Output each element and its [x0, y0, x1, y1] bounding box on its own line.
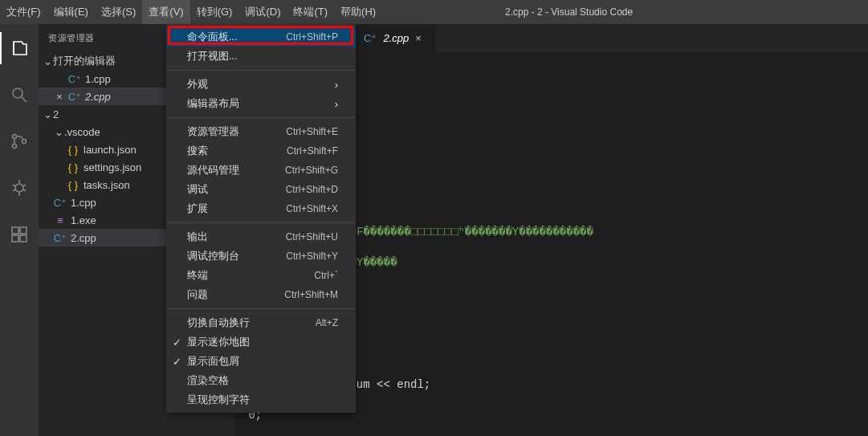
- window-title: 2.cpp - 2 - Visual Studio Code: [382, 6, 756, 18]
- menu-item-label: 编辑器布局: [187, 96, 239, 111]
- svg-rect-15: [20, 227, 26, 234]
- menu-item-label: 输出: [187, 230, 208, 244]
- check-icon: ✓: [173, 356, 181, 368]
- svg-line-9: [13, 189, 15, 191]
- menu-item-search[interactable]: 搜索 Ctrl+Shift+F: [166, 141, 356, 161]
- svg-point-3: [13, 145, 17, 149]
- menu-item-label: 呈现控制字符: [187, 393, 250, 407]
- menu-terminal[interactable]: 终端(T): [287, 0, 334, 24]
- menubar: 文件(F) 编辑(E) 选择(S) 查看(V) 转到(G) 调试(D) 终端(T…: [0, 0, 868, 24]
- menu-separator: [166, 70, 356, 71]
- scm-icon[interactable]: [0, 125, 39, 157]
- svg-point-4: [22, 140, 26, 144]
- menu-item-shortcut: Ctrl+`: [314, 270, 338, 281]
- open-editors-label: 打开的编辑器: [53, 54, 116, 68]
- folder-label: .vscode: [64, 126, 100, 138]
- cpp-file-icon: C⁺: [364, 32, 377, 44]
- menu-item-render-control[interactable]: 呈现控制字符: [166, 390, 356, 410]
- json-file-icon: { }: [66, 179, 80, 191]
- cpp-file-icon: C⁺: [53, 197, 67, 209]
- file-label: launch.json: [84, 144, 137, 156]
- chevron-down-icon: ⌄: [42, 55, 53, 67]
- menu-item-label: 打开视图...: [187, 49, 238, 63]
- cpp-file-icon: C⁺: [67, 73, 82, 85]
- menu-help[interactable]: 帮助(H): [334, 0, 382, 24]
- menu-item-shortcut: Ctrl+Shift+X: [286, 203, 338, 214]
- check-icon: ✓: [173, 336, 181, 348]
- svg-line-7: [13, 185, 15, 186]
- exe-file-icon: ≡: [53, 214, 67, 226]
- menu-item-label: 切换自动换行: [187, 316, 250, 330]
- menu-item-shortcut: Alt+Z: [316, 317, 338, 328]
- menu-item-problems[interactable]: 问题 Ctrl+Shift+M: [166, 285, 356, 304]
- menu-go[interactable]: 转到(G): [190, 0, 239, 24]
- menu-item-terminal[interactable]: 终端 Ctrl+`: [166, 266, 356, 285]
- svg-rect-13: [12, 235, 18, 242]
- svg-point-2: [13, 135, 17, 139]
- svg-line-1: [22, 97, 26, 102]
- chevron-down-icon: ⌄: [42, 108, 53, 120]
- menu-item-explorer[interactable]: 资源管理器 Ctrl+Shift+E: [166, 122, 356, 141]
- chevron-down-icon: ⌄: [53, 126, 64, 138]
- file-label: 1.exe: [71, 214, 96, 226]
- menu-item-label: 搜索: [187, 144, 208, 158]
- menu-item-label: 源代码管理: [187, 163, 239, 177]
- menu-item-label: 显示面包屑: [187, 354, 239, 369]
- menu-separator: [166, 117, 356, 118]
- menu-item-command-palette[interactable]: 命令面板... Ctrl+Shift+P: [166, 27, 356, 47]
- svg-line-10: [23, 189, 26, 191]
- cpp-file-icon: C⁺: [67, 91, 82, 103]
- svg-point-5: [15, 184, 23, 192]
- menu-item-label: 命令面板...: [187, 30, 238, 44]
- menu-edit[interactable]: 编辑(E): [47, 0, 95, 24]
- open-editor-label: 1.cpp: [85, 73, 111, 85]
- close-icon[interactable]: ×: [53, 91, 66, 103]
- menu-item-shortcut: Ctrl+Shift+M: [284, 289, 338, 300]
- svg-line-8: [23, 185, 26, 186]
- menu-item-word-wrap[interactable]: 切换自动换行 Alt+Z: [166, 313, 356, 332]
- search-icon[interactable]: [0, 79, 39, 111]
- menu-item-label: 扩展: [187, 202, 208, 216]
- file-label: 1.cpp: [71, 197, 96, 209]
- menu-item-minimap[interactable]: ✓ 显示迷你地图: [166, 332, 356, 352]
- menu-separator: [166, 308, 356, 309]
- menu-item-render-whitespace[interactable]: 渲染空格: [166, 371, 356, 390]
- menu-item-open-view[interactable]: 打开视图...: [166, 47, 356, 66]
- menu-item-appearance[interactable]: 外观 ›: [166, 75, 356, 94]
- menu-item-debug-console[interactable]: 调试控制台 Ctrl+Shift+Y: [166, 247, 356, 266]
- menu-item-output[interactable]: 输出 Ctrl+Shift+U: [166, 227, 356, 247]
- json-file-icon: { }: [66, 144, 80, 156]
- menu-file[interactable]: 文件(F): [0, 0, 47, 24]
- extensions-icon[interactable]: [0, 218, 39, 251]
- folder-label: 2: [53, 108, 59, 120]
- menu-item-breadcrumbs[interactable]: ✓ 显示面包屑: [166, 352, 356, 371]
- menu-item-label: 资源管理器: [187, 124, 239, 139]
- file-label: 2.cpp: [71, 232, 96, 244]
- activity-bar: [0, 24, 39, 436]
- svg-point-0: [13, 88, 22, 98]
- json-file-icon: { }: [66, 161, 80, 173]
- file-label: tasks.json: [84, 179, 130, 191]
- menu-item-shortcut: Ctrl+Shift+Y: [286, 251, 338, 262]
- menu-item-shortcut: Ctrl+Shift+F: [287, 145, 338, 157]
- menu-item-shortcut: Ctrl+Shift+G: [285, 165, 338, 176]
- file-label: settings.json: [84, 161, 141, 173]
- svg-rect-14: [20, 235, 26, 242]
- menu-item-label: 渲染空格: [187, 373, 229, 388]
- menu-debug[interactable]: 调试(D): [238, 0, 287, 24]
- menu-item-scm[interactable]: 源代码管理 Ctrl+Shift+G: [166, 161, 356, 180]
- close-icon[interactable]: ×: [415, 32, 422, 44]
- cpp-file-icon: C⁺: [53, 232, 67, 244]
- menu-item-extensions[interactable]: 扩展 Ctrl+Shift+X: [166, 199, 356, 218]
- editor-tab[interactable]: C⁺ 2.cpp ×: [356, 24, 436, 52]
- chevron-right-icon: ›: [335, 98, 338, 110]
- explorer-icon[interactable]: [0, 32, 39, 64]
- menu-selection[interactable]: 选择(S): [95, 0, 142, 24]
- tab-label: 2.cpp: [383, 32, 409, 44]
- menu-item-editor-layout[interactable]: 编辑器布局 ›: [166, 94, 356, 113]
- menu-view[interactable]: 查看(V): [142, 0, 189, 24]
- open-editor-label: 2.cpp: [85, 91, 111, 103]
- view-menu-dropdown: 命令面板... Ctrl+Shift+P 打开视图... 外观 › 编辑器布局 …: [166, 24, 356, 413]
- menu-item-debug-view[interactable]: 调试 Ctrl+Shift+D: [166, 180, 356, 199]
- debug-icon[interactable]: [0, 172, 39, 204]
